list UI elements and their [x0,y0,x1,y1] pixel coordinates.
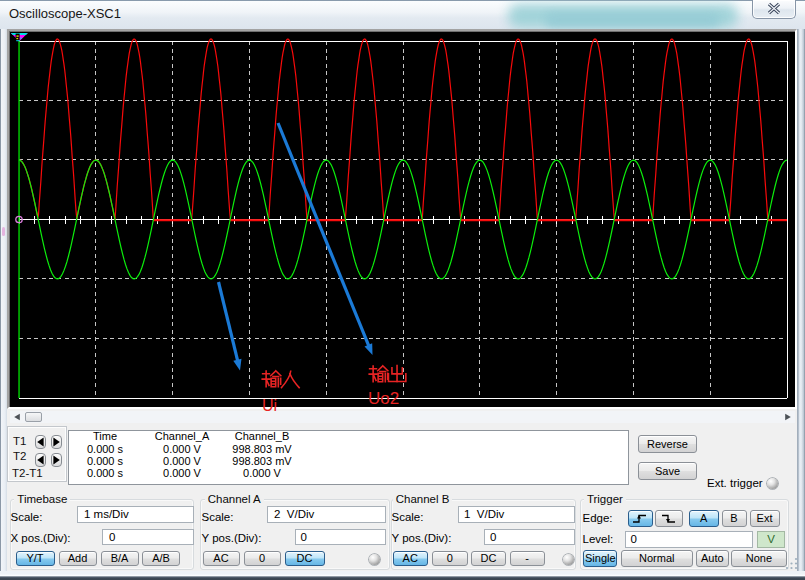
svg-text:Ui: Ui [262,397,277,414]
svg-text:Uo2: Uo2 [368,389,399,408]
